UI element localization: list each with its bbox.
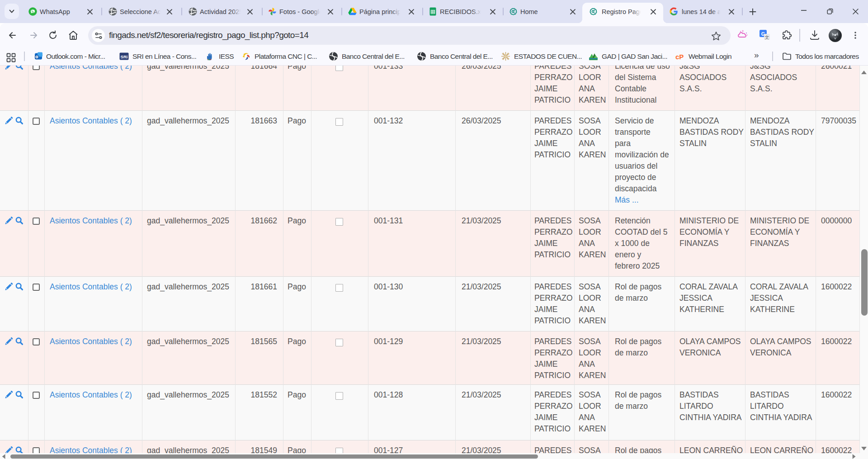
svg-text:SRi: SRi [121, 54, 128, 59]
svg-text:cP: cP [675, 53, 684, 61]
svg-text:文: 文 [765, 35, 769, 40]
